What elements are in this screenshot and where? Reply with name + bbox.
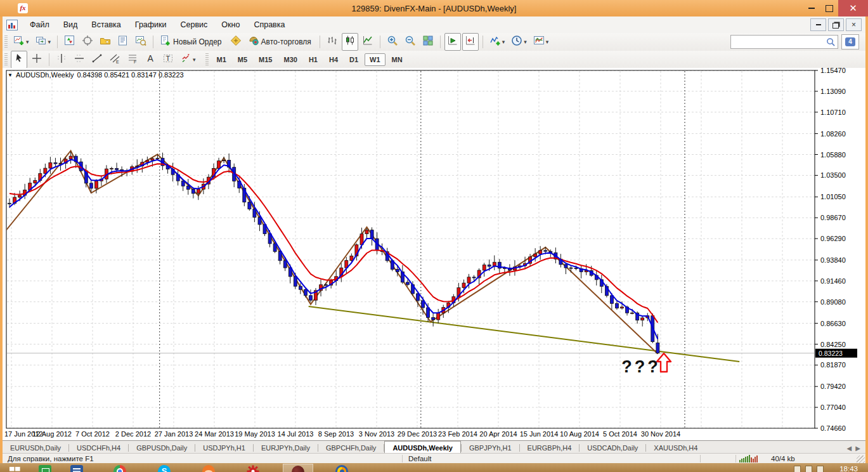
hline-button[interactable] bbox=[71, 51, 87, 69]
menu-bar: ФайлВидВставкаГрафикиСервисОкноСправка × bbox=[3, 16, 865, 34]
terminal-icon bbox=[117, 35, 129, 49]
periods-button[interactable]: ▾ bbox=[508, 33, 529, 51]
timeframe-W1-button[interactable]: W1 bbox=[365, 53, 385, 66]
tray-icon[interactable] bbox=[794, 466, 801, 472]
tab-scroll-right-icon[interactable]: ▶ bbox=[855, 445, 860, 452]
search-input[interactable] bbox=[731, 37, 826, 46]
browser-orange-taskbar-button[interactable] bbox=[194, 464, 223, 472]
trendline-tool-button[interactable] bbox=[89, 51, 105, 69]
menu-item-Окно[interactable]: Окно bbox=[214, 18, 247, 32]
crosshair-tool-button[interactable] bbox=[29, 51, 45, 69]
tab-USDCADh,Daily[interactable]: USDCADh,Daily bbox=[580, 442, 645, 454]
settings-gear-taskbar-button[interactable] bbox=[238, 464, 268, 472]
indicators-button[interactable]: ▾ bbox=[487, 33, 508, 51]
zoom-in-button[interactable] bbox=[384, 33, 401, 51]
toolbar-grip[interactable] bbox=[4, 36, 8, 48]
tile-windows-button[interactable] bbox=[420, 33, 436, 51]
media-dark-taskbar-button[interactable] bbox=[283, 464, 313, 472]
toolbar-grip[interactable] bbox=[4, 53, 8, 66]
zoom-out-button[interactable] bbox=[402, 33, 418, 51]
dropdown-caret-icon: ▾ bbox=[546, 39, 549, 45]
search-icon[interactable] bbox=[826, 37, 836, 47]
minimize-button[interactable] bbox=[803, 0, 820, 16]
chart-line-button[interactable] bbox=[360, 33, 376, 51]
status-profile[interactable]: Default bbox=[408, 455, 431, 462]
timeframe-M1-button[interactable]: M1 bbox=[212, 53, 231, 66]
close-button[interactable]: ✕ bbox=[838, 0, 868, 16]
profiles-button[interactable]: ▾ bbox=[33, 33, 54, 51]
timeframe-M15-button[interactable]: M15 bbox=[254, 53, 277, 66]
chart-shift-button[interactable] bbox=[462, 33, 479, 51]
navigator-button[interactable] bbox=[97, 33, 113, 51]
strategy-tester-button[interactable] bbox=[133, 33, 149, 51]
templates-button[interactable]: ▾ bbox=[531, 33, 552, 51]
auto-trading-button[interactable]: Авто-торговля bbox=[245, 33, 316, 51]
tab-XAUUSDh,H4[interactable]: XAUUSDh,H4 bbox=[646, 442, 705, 454]
dropdown-caret-icon: ▾ bbox=[502, 39, 505, 45]
timeframe-M30-button[interactable]: M30 bbox=[279, 53, 302, 66]
menu-item-Вставка[interactable]: Вставка bbox=[84, 18, 127, 32]
timeframe-H4-button[interactable]: H4 bbox=[324, 53, 343, 66]
tab-GBPJPYh,H1[interactable]: GBPJPYh,H1 bbox=[462, 442, 519, 454]
channel-tool-button[interactable]: E bbox=[107, 51, 123, 69]
new-order-button[interactable]: Новый Ордер bbox=[157, 33, 226, 51]
new-chart-button[interactable]: ▾ bbox=[11, 33, 32, 51]
tab-EURGBPh,H4[interactable]: EURGBPh,H4 bbox=[520, 442, 580, 454]
metaeditor-button[interactable] bbox=[228, 33, 244, 51]
new-order-label: Новый Ордер bbox=[173, 37, 221, 46]
store-taskbar-button[interactable] bbox=[30, 464, 60, 472]
symbol-dropdown-icon[interactable]: ▼ bbox=[8, 72, 13, 78]
svg-text:0.77040: 0.77040 bbox=[820, 403, 846, 411]
data-window-button[interactable] bbox=[79, 33, 96, 51]
menu-item-Вид[interactable]: Вид bbox=[56, 18, 85, 32]
vline-button[interactable] bbox=[53, 51, 70, 69]
status-help-text: Для справки, нажмите F1 bbox=[8, 455, 94, 462]
word-taskbar-button[interactable] bbox=[62, 464, 91, 472]
traffic-counter: 40/4 kb bbox=[771, 455, 795, 462]
chart-canvas[interactable]: ???1.154701.130901.107101.082601.058801.… bbox=[3, 68, 865, 440]
start-button[interactable] bbox=[4, 464, 25, 472]
svg-text:0.81870: 0.81870 bbox=[820, 361, 846, 369]
menu-item-Графики[interactable]: Графики bbox=[128, 18, 174, 32]
tray-icon[interactable] bbox=[817, 466, 824, 472]
terminal-button[interactable] bbox=[115, 33, 131, 51]
mdi-minimize-button[interactable] bbox=[810, 18, 826, 31]
timeframe-D1-button[interactable]: D1 bbox=[344, 53, 363, 66]
tab-USDJPYh,H1[interactable]: USDJPYh,H1 bbox=[195, 442, 253, 454]
chart-bars-button[interactable] bbox=[324, 33, 340, 51]
tray-icon[interactable] bbox=[805, 466, 812, 472]
tab-USDCHFh,H4[interactable]: USDCHFh,H4 bbox=[69, 442, 128, 454]
menu-item-Сервис[interactable]: Сервис bbox=[174, 18, 215, 32]
timeframe-H1-button[interactable]: H1 bbox=[304, 53, 323, 66]
market-watch-button[interactable] bbox=[62, 33, 78, 51]
tab-GBPUSDh,Daily[interactable]: GBPUSDh,Daily bbox=[129, 442, 195, 454]
tab-EURJPYh,Daily[interactable]: EURJPYh,Daily bbox=[254, 442, 318, 454]
tab-AUDUSDh,Weekly[interactable]: AUDUSDh,Weekly bbox=[384, 441, 461, 454]
menu-item-Файл[interactable]: Файл bbox=[23, 18, 56, 32]
timeframe-MN-button[interactable]: MN bbox=[387, 53, 408, 66]
chart-window-icon[interactable] bbox=[6, 20, 18, 30]
fibo-tool-icon: F bbox=[127, 53, 138, 67]
toolbar-grip[interactable] bbox=[205, 53, 209, 66]
mdi-restore-button[interactable] bbox=[828, 18, 844, 31]
tab-scroll-left-icon[interactable]: ◀ bbox=[847, 445, 852, 452]
tab-scroll-controls: ◀ ▶ bbox=[842, 445, 865, 454]
auto-scroll-button[interactable] bbox=[444, 33, 461, 51]
chart-candles-button[interactable] bbox=[342, 33, 358, 51]
notifications-button[interactable]: 4 bbox=[841, 34, 859, 49]
text-tool-button[interactable]: A bbox=[142, 51, 159, 69]
timeframe-M5-button[interactable]: M5 bbox=[233, 53, 252, 66]
skype-taskbar-button[interactable]: S bbox=[150, 464, 179, 472]
cursor-button[interactable] bbox=[11, 51, 27, 69]
firefox-taskbar-button[interactable] bbox=[327, 464, 356, 472]
arrows-tool-button[interactable]: ▾ bbox=[178, 51, 198, 69]
periods-icon bbox=[511, 35, 522, 49]
chrome-taskbar-button[interactable] bbox=[105, 464, 134, 472]
label-tool-button[interactable]: T bbox=[160, 51, 176, 69]
tab-GBPCHFh,Daily[interactable]: GBPCHFh,Daily bbox=[318, 442, 384, 454]
tab-EURUSDh,Daily[interactable]: EURUSDh,Daily bbox=[3, 442, 68, 454]
maximize-button[interactable] bbox=[820, 0, 838, 16]
mdi-close-button[interactable]: × bbox=[846, 18, 862, 31]
fibo-tool-button[interactable]: F bbox=[124, 51, 141, 69]
menu-item-Справка[interactable]: Справка bbox=[247, 18, 292, 32]
